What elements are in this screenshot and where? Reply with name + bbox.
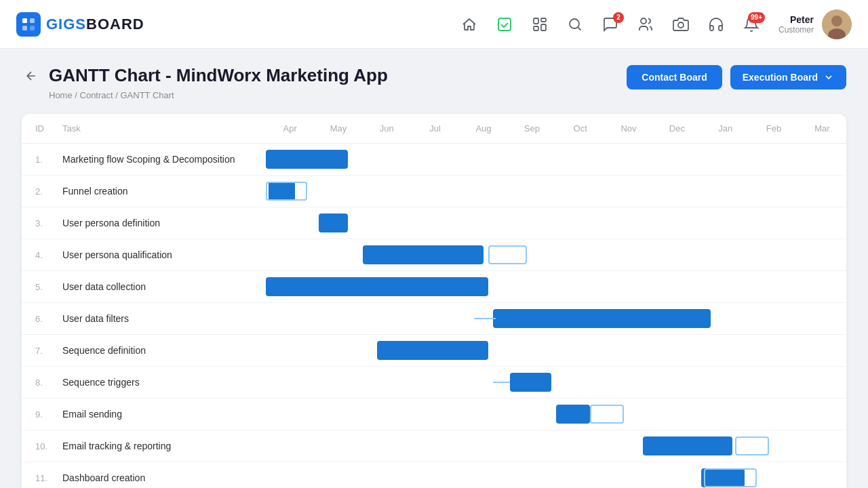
task-name: Marketing flow Scoping & Decomposition	[62, 154, 266, 165]
gantt-container: ID Task Apr May Jun Jul Aug Sep Oct Nov …	[22, 114, 846, 488]
main-content: GANTT Chart - MindWorx Marketing App Hom…	[0, 49, 868, 488]
svg-rect-3	[30, 26, 35, 30]
task-name: Sequence definition	[62, 345, 266, 356]
task-id: 7.	[22, 346, 62, 356]
notifications-icon[interactable]: 99+	[743, 16, 760, 33]
col-jul: Jul	[411, 123, 459, 134]
task-id: 9.	[22, 409, 62, 420]
avatar[interactable]	[822, 9, 852, 39]
col-may: May	[314, 123, 362, 134]
svg-point-11	[678, 22, 684, 28]
navbar: GIGSBOARD	[0, 0, 868, 49]
gantt-bar-outline	[488, 245, 527, 264]
gantt-connector	[493, 382, 510, 383]
execution-board-button[interactable]: Execution Board	[730, 65, 846, 89]
gantt-bar-area	[266, 207, 846, 239]
gantt-bar-area	[266, 144, 846, 175]
gantt-bar	[363, 245, 484, 264]
tasks-icon[interactable]	[496, 16, 513, 33]
table-row: 2. Funnel creation	[22, 176, 846, 207]
task-name: Email tracking & reporting	[62, 441, 266, 451]
task-name: Funnel creation	[62, 186, 266, 197]
col-jan: Jan	[701, 123, 749, 134]
contact-board-button[interactable]: Contact Board	[627, 65, 722, 89]
gantt-bar-area	[266, 303, 846, 334]
gantt-bar	[266, 277, 488, 296]
header-buttons: Contact Board Execution Board	[627, 65, 846, 89]
task-id: 1.	[22, 155, 62, 165]
col-sep: Sep	[508, 123, 556, 134]
logo-icon	[16, 12, 41, 37]
search-icon[interactable]	[567, 16, 583, 33]
gantt-bar-area	[266, 176, 846, 207]
task-name: Email sending	[62, 409, 266, 420]
task-id: 6.	[22, 314, 62, 324]
col-id: ID	[22, 123, 62, 134]
gantt-bar-outline	[704, 468, 757, 487]
task-name: User data filters	[62, 313, 266, 324]
logo-text: GIGSBOARD	[46, 16, 144, 33]
gantt-bar	[493, 309, 711, 328]
messages-icon[interactable]: 2	[602, 16, 618, 33]
page-title: GANTT Chart - MindWorx Marketing App	[49, 65, 388, 86]
svg-point-13	[831, 16, 842, 26]
back-button[interactable]	[22, 66, 41, 85]
task-name: User data collection	[62, 281, 266, 292]
table-row: 3. User persona definition	[22, 207, 846, 239]
gantt-bar	[510, 373, 551, 392]
camera-icon[interactable]	[673, 16, 689, 33]
gantt-bar-area	[266, 239, 846, 270]
gantt-bar	[643, 436, 732, 455]
gantt-bar-area	[266, 271, 846, 302]
notifications-badge: 99+	[748, 12, 765, 23]
gantt-bar-outline	[735, 436, 769, 455]
gantt-bar	[377, 341, 488, 360]
home-icon[interactable]	[461, 16, 477, 33]
task-id: 5.	[22, 282, 62, 292]
nav-icons: 2	[461, 16, 760, 33]
gantt-bar	[319, 214, 348, 232]
gantt-bar	[556, 405, 590, 424]
user-section: Peter Customer	[778, 9, 852, 39]
table-row: 9. Email sending	[22, 399, 846, 430]
svg-rect-5	[534, 18, 538, 24]
user-info: Peter Customer	[778, 14, 814, 35]
team-icon[interactable]	[637, 16, 654, 33]
board-icon[interactable]	[532, 16, 548, 33]
table-row: 6. User data filters	[22, 303, 846, 335]
col-nov: Nov	[604, 123, 652, 134]
logo[interactable]: GIGSBOARD	[16, 12, 144, 37]
svg-rect-8	[534, 26, 538, 30]
gantt-bar-area	[266, 367, 846, 398]
gantt-connector	[474, 318, 496, 319]
svg-point-10	[641, 18, 646, 24]
task-id: 10.	[22, 441, 62, 451]
task-id: 11.	[22, 473, 62, 483]
messages-badge: 2	[613, 12, 624, 23]
table-row: 7. Sequence definition	[22, 335, 846, 367]
gantt-bar-area	[266, 399, 846, 430]
page-header: GANTT Chart - MindWorx Marketing App Hom…	[22, 65, 846, 100]
col-dec: Dec	[653, 123, 701, 134]
col-task: Task	[62, 123, 266, 134]
svg-rect-1	[30, 18, 35, 23]
user-role: Customer	[778, 25, 814, 35]
gantt-bar-area	[266, 462, 846, 488]
task-id: 8.	[22, 378, 62, 388]
breadcrumb: Home / Contract / GANTT Chart	[49, 90, 388, 100]
task-id: 4.	[22, 250, 62, 260]
task-name: Dashboard creation	[62, 472, 266, 483]
table-row: 11. Dashboard creation	[22, 462, 846, 488]
table-row: 5. User data collection	[22, 271, 846, 303]
gantt-bar-area	[266, 430, 846, 462]
headphones-icon[interactable]	[708, 16, 724, 33]
gantt-bar-outline	[590, 405, 624, 424]
task-id: 2.	[22, 186, 62, 197]
task-name: Sequence triggers	[62, 377, 266, 388]
col-oct: Oct	[556, 123, 604, 134]
gantt-header: ID Task Apr May Jun Jul Aug Sep Oct Nov …	[22, 114, 846, 144]
gantt-bar-area	[266, 335, 846, 366]
task-name: User persona qualification	[62, 249, 266, 260]
table-row: 4. User persona qualification	[22, 239, 846, 271]
svg-rect-6	[541, 18, 546, 22]
